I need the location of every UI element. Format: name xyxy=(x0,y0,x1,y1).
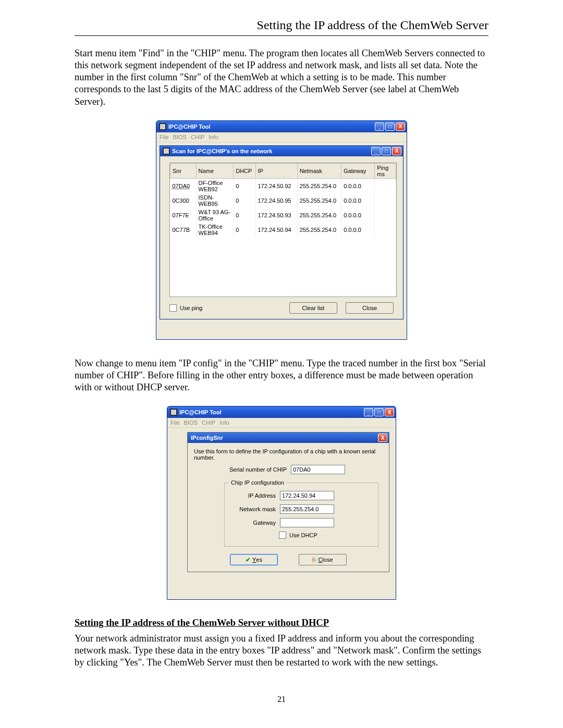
ipcchip-tool-window: IPC@CHIP Tool _ □ X File BIOS CHIP Info xyxy=(156,120,407,340)
chip-ip-config-group: Chip IP configuration IP Address Network… xyxy=(224,479,378,547)
screenshot-scan: IPC@CHIP Tool _ □ X File BIOS CHIP Info xyxy=(75,120,488,340)
yes-button[interactable]: ✔ Yes xyxy=(230,554,278,565)
col-name[interactable]: Name xyxy=(196,163,234,178)
cell-dhcp: 0 xyxy=(234,223,255,237)
cell-ping xyxy=(375,208,396,223)
ipconfig-close-button[interactable]: X xyxy=(378,434,387,442)
cell-ip: 172.24.50.95 xyxy=(255,193,297,208)
cell-nm: 255.255.254.0 xyxy=(297,178,341,193)
cell-gw: 0.0.0.0 xyxy=(341,223,375,237)
scan-minimize-button[interactable]: _ xyxy=(371,147,381,155)
cell-nm: 255.255.254.0 xyxy=(297,208,341,223)
table-row[interactable]: 07F7E W&T 93 AG-Office 0 172.24.50.93 25… xyxy=(170,208,396,223)
scan-icon xyxy=(163,147,170,155)
col-ip[interactable]: IP xyxy=(255,163,297,178)
maximize-button[interactable]: □ xyxy=(374,408,384,416)
ipconfig-description: Use this form to define the IP configura… xyxy=(188,443,389,463)
network-mask-input[interactable] xyxy=(280,504,334,514)
menubar: File BIOS CHIP Info xyxy=(156,132,407,142)
close-label-rest: lose xyxy=(322,557,333,563)
paragraph-2: Now change to menu item "IP config" in t… xyxy=(75,357,488,393)
group-legend: Chip IP configuration xyxy=(229,479,286,486)
maximize-button[interactable]: □ xyxy=(385,122,395,131)
checkbox-icon xyxy=(169,304,177,312)
menu-bios[interactable]: BIOS xyxy=(173,134,187,140)
page-title: Setting the IP address of the ChemWeb Se… xyxy=(257,18,488,32)
yes-label: Y xyxy=(252,557,256,563)
table-row[interactable]: 07DA0 DF-Office WEB92 0 172.24.50.92 255… xyxy=(170,178,396,193)
cell-gw: 0.0.0.0 xyxy=(341,178,375,193)
clear-list-button[interactable]: Clear list xyxy=(289,302,337,314)
col-dhcp[interactable]: DHCP xyxy=(234,163,255,178)
table-row[interactable]: 0C77B TK-Office WEB94 0 172.24.50.94 255… xyxy=(170,223,396,237)
titlebar-scan[interactable]: Scan for IPC@CHIP's on the network _ □ X xyxy=(160,146,403,156)
menu-chip[interactable]: CHIP xyxy=(202,419,215,426)
col-netmask[interactable]: Netmask xyxy=(297,163,341,178)
col-gateway[interactable]: Gateway xyxy=(341,163,375,178)
cell-nm: 255.255.254.0 xyxy=(297,193,341,208)
close-label: C xyxy=(318,557,322,563)
ipcchip-tool-window-2: IPC@CHIP Tool _ □ X File BIOS CHIP Info … xyxy=(167,406,396,600)
yes-label-rest: es xyxy=(256,557,262,563)
use-ping-label: Use ping xyxy=(180,305,202,311)
serial-number-input[interactable] xyxy=(291,465,345,474)
cell-name: W&T 93 AG-Office xyxy=(196,208,234,223)
menu-file[interactable]: File xyxy=(160,134,169,140)
menu-info[interactable]: Info xyxy=(219,419,229,426)
gateway-input[interactable] xyxy=(280,518,334,527)
close-button[interactable]: X xyxy=(385,408,394,416)
gateway-label: Gateway xyxy=(235,520,276,526)
close-button[interactable]: X xyxy=(396,122,405,131)
paragraph-3: Your network administrator must assign y… xyxy=(75,633,488,669)
cell-gw: 0.0.0.0 xyxy=(341,193,375,208)
minimize-button[interactable]: _ xyxy=(375,122,384,131)
cell-snr: 07DA0 xyxy=(170,178,197,193)
use-ping-checkbox[interactable]: Use ping xyxy=(169,304,202,312)
titlebar-outer-2[interactable]: IPC@CHIP Tool _ □ X xyxy=(167,406,396,418)
checkbox-icon xyxy=(279,532,286,539)
menu-file[interactable]: File xyxy=(170,419,180,426)
page-number: 21 xyxy=(75,695,488,704)
cell-ip: 172.24.50.93 xyxy=(255,208,297,223)
cell-snr: 07F7E xyxy=(170,208,197,223)
use-dhcp-checkbox[interactable]: Use DHCP xyxy=(279,532,317,539)
col-snr[interactable]: Snr xyxy=(170,163,197,178)
cell-ping xyxy=(375,178,396,193)
cell-name: TK-Office WEB94 xyxy=(196,223,234,237)
subheading: Setting the IP address of the ChemWeb Se… xyxy=(75,618,488,628)
titlebar-outer[interactable]: IPC@CHIP Tool _ □ X xyxy=(156,121,407,132)
cell-ping xyxy=(375,193,396,208)
scan-title: Scan for IPC@CHIP's on the network xyxy=(172,148,371,154)
ip-address-input[interactable] xyxy=(280,491,334,500)
menu-info[interactable]: Info xyxy=(209,134,218,140)
close-ipconfig-button[interactable]: ⎘ Close xyxy=(299,554,347,565)
ipconfig-titlebar[interactable]: IPconfigSnr X xyxy=(188,433,389,443)
use-dhcp-label: Use DHCP xyxy=(289,532,317,538)
table-row[interactable]: 0C300 ISDN-WEB95 0 172.24.50.95 255.255.… xyxy=(170,193,396,208)
ip-label: IP Address xyxy=(235,492,276,499)
app-icon xyxy=(159,123,166,130)
mask-label: Network mask xyxy=(235,506,276,512)
window-title-2: IPC@CHIP Tool xyxy=(179,409,364,415)
window-title: IPC@CHIP Tool xyxy=(168,124,375,130)
menu-chip[interactable]: CHIP xyxy=(191,134,204,140)
cell-dhcp: 0 xyxy=(234,178,255,193)
cell-snr: 0C300 xyxy=(170,193,197,208)
scan-list[interactable]: Snr Name DHCP IP Netmask Gateway Ping ms xyxy=(169,163,397,297)
minimize-button[interactable]: _ xyxy=(364,408,373,416)
col-ping[interactable]: Ping ms xyxy=(375,163,396,178)
ipconfig-dialog: IPconfigSnr X Use this form to define th… xyxy=(187,432,389,572)
scan-maximize-button[interactable]: □ xyxy=(382,147,391,155)
cell-dhcp: 0 xyxy=(234,193,255,208)
cell-ip: 172.24.50.94 xyxy=(255,223,297,237)
menubar-2: File BIOS CHIP Info xyxy=(167,418,396,428)
cell-dhcp: 0 xyxy=(234,208,255,223)
door-icon: ⎘ xyxy=(312,557,316,563)
close-scan-button[interactable]: Close xyxy=(346,302,394,314)
cell-ping xyxy=(375,223,396,237)
scan-close-button[interactable]: X xyxy=(392,147,401,155)
menu-bios[interactable]: BIOS xyxy=(184,419,198,426)
serial-label: Serial number of CHIP xyxy=(224,466,287,473)
cell-snr: 0C77B xyxy=(170,223,197,237)
table-header-row: Snr Name DHCP IP Netmask Gateway Ping ms xyxy=(170,163,396,178)
